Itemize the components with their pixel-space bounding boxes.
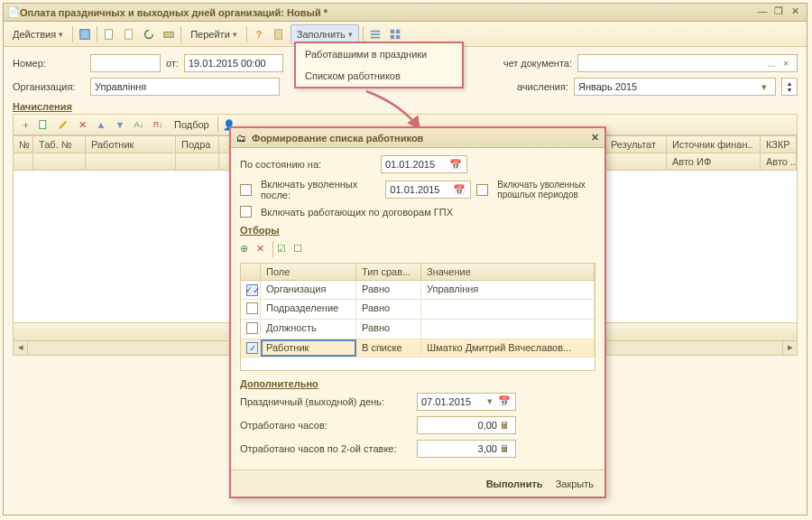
- run-button[interactable]: Выполнить: [486, 478, 543, 489]
- period-value: Январь 2015: [578, 81, 757, 92]
- separator: [97, 26, 97, 42]
- doc2-icon[interactable]: [121, 26, 137, 42]
- menu-worked-holidays[interactable]: Работавшими в праздники: [296, 43, 462, 65]
- uncheck-all-icon[interactable]: ☐: [293, 243, 306, 255]
- period-field[interactable]: Январь 2015▾: [574, 78, 776, 96]
- up-icon[interactable]: ▲: [93, 116, 109, 133]
- col-auto[interactable]: Авто ...: [761, 153, 797, 170]
- sort-asc-icon[interactable]: A↓: [131, 116, 147, 133]
- inc-fired-prev-checkbox[interactable]: [476, 184, 488, 196]
- cell-op: Равно: [356, 300, 421, 319]
- col-autoif[interactable]: Авто ИФ: [667, 153, 761, 170]
- dialog-title: Формирование списка работников: [252, 133, 586, 144]
- calc-icon[interactable]: 🖩: [497, 443, 512, 454]
- ellipsis-icon[interactable]: ...: [764, 58, 779, 69]
- actions-menu[interactable]: Действия: [7, 24, 69, 44]
- filter-row[interactable]: Подразделение Равно: [241, 300, 595, 320]
- row-checkbox[interactable]: [246, 342, 258, 354]
- svg-rect-3: [164, 32, 174, 37]
- row-checkbox[interactable]: ✓: [246, 284, 258, 296]
- doc-icon[interactable]: [101, 26, 117, 42]
- sort-desc-icon[interactable]: Я↓: [150, 116, 166, 133]
- svg-rect-6: [396, 29, 400, 32]
- additional-header: Дополнительно: [240, 378, 595, 389]
- maximize-button[interactable]: ❐: [770, 5, 787, 20]
- inc-fired-checkbox[interactable]: [240, 184, 252, 196]
- filter-row[interactable]: ✓ Организация Равно Управління: [241, 281, 595, 300]
- help-icon[interactable]: ?: [251, 26, 267, 42]
- from-field[interactable]: 19.01.2015 00:00: [184, 54, 283, 72]
- dialog-icon: 🗂: [236, 133, 246, 144]
- inc-gph-checkbox[interactable]: [240, 206, 252, 218]
- cell-field: Работник: [261, 339, 356, 357]
- filter-row[interactable]: Работник В списке Шматко Дмитрий Вячесла…: [241, 339, 595, 358]
- col-tabnum[interactable]: Таб. №: [33, 136, 86, 153]
- delete-filter-icon[interactable]: ✕: [256, 243, 269, 255]
- holiday-value: 07.01.2015: [421, 396, 483, 407]
- check-all-icon[interactable]: ☑: [277, 243, 290, 255]
- hours2-value: 3,00: [421, 443, 497, 454]
- filter-table: Поле Тип срав... Значение ✓ Организация …: [240, 263, 595, 371]
- scroll-left-icon[interactable]: ◂: [14, 341, 28, 355]
- goto-menu[interactable]: Перейти: [185, 24, 243, 44]
- add-filter-icon[interactable]: ⊕: [240, 243, 253, 255]
- refresh-icon[interactable]: [141, 26, 157, 42]
- doc-field[interactable]: ...×: [577, 54, 798, 72]
- col-worker[interactable]: Работник: [86, 136, 176, 153]
- hours2-label: Отработано часов по 2-ой ставке:: [240, 443, 411, 454]
- hours2-field[interactable]: 3,00🖩: [417, 440, 516, 458]
- print-icon[interactable]: [161, 26, 177, 42]
- cell-op: Равно: [356, 281, 421, 299]
- add-icon[interactable]: ＋: [17, 116, 33, 133]
- col-num[interactable]: №: [14, 136, 33, 153]
- cell-field: Организация: [261, 281, 356, 299]
- dropdown-icon[interactable]: ▾: [483, 395, 497, 407]
- inc-fired-value: 01.01.2015: [390, 184, 452, 195]
- list-icon[interactable]: [367, 26, 383, 42]
- asof-field[interactable]: 01.01.2015📅: [381, 155, 467, 173]
- clear-icon[interactable]: ×: [779, 58, 793, 69]
- row-checkbox[interactable]: [246, 302, 258, 314]
- grid-icon[interactable]: [387, 26, 403, 42]
- calc-icon[interactable]: 🖩: [497, 420, 512, 431]
- number-label: Номер:: [13, 58, 85, 69]
- down-icon[interactable]: ▼: [112, 116, 128, 133]
- separator: [72, 26, 73, 42]
- inc-fired-prev-label: Включать уволенных прошлых периодов: [497, 180, 595, 200]
- pin-icon[interactable]: [271, 26, 287, 42]
- dialog-close-icon[interactable]: ✕: [591, 132, 599, 144]
- fcol-val[interactable]: Значение: [421, 264, 595, 280]
- col-source[interactable]: Источник финан..: [667, 136, 761, 153]
- col-result[interactable]: Результат: [605, 136, 667, 153]
- edit-icon[interactable]: [55, 116, 71, 133]
- calendar-icon[interactable]: 📅: [452, 184, 466, 196]
- minimize-button[interactable]: —: [754, 5, 770, 20]
- asof-label: По состоянию на:: [240, 159, 375, 170]
- col-subdiv[interactable]: Подра: [176, 136, 219, 153]
- hours1-field[interactable]: 0,00🖩: [417, 416, 516, 434]
- holiday-field[interactable]: 07.01.2015▾📅: [417, 393, 516, 411]
- fcol-op[interactable]: Тип срав...: [356, 264, 421, 280]
- scroll-right-icon[interactable]: ▸: [782, 341, 797, 355]
- dropdown-icon[interactable]: ▾: [757, 81, 771, 93]
- calendar-icon[interactable]: 📅: [448, 159, 463, 171]
- add-group-icon[interactable]: [36, 116, 52, 133]
- close-button[interactable]: Закрыть: [556, 478, 594, 489]
- spinner-field[interactable]: ▴▾: [781, 78, 798, 96]
- org-field[interactable]: Управління: [90, 78, 280, 96]
- podbor-button[interactable]: Подбор: [169, 115, 215, 135]
- col-kzkr[interactable]: КЗКР: [761, 136, 797, 153]
- inc-fired-field[interactable]: 01.01.2015📅: [385, 181, 471, 199]
- save-icon[interactable]: [77, 26, 93, 42]
- calendar-icon[interactable]: 📅: [497, 395, 512, 407]
- row-checkbox[interactable]: [246, 322, 258, 334]
- filter-row[interactable]: Должность Равно: [241, 320, 595, 339]
- menu-worker-list[interactable]: Списком работников: [296, 65, 462, 87]
- delete-icon[interactable]: ✕: [74, 116, 90, 133]
- fcol-field[interactable]: Поле: [261, 264, 356, 280]
- close-button[interactable]: ✕: [787, 5, 803, 20]
- number-field[interactable]: [90, 54, 161, 72]
- fcol-chk[interactable]: [241, 264, 261, 280]
- svg-rect-9: [40, 121, 46, 129]
- app-icon: 📄: [7, 6, 20, 18]
